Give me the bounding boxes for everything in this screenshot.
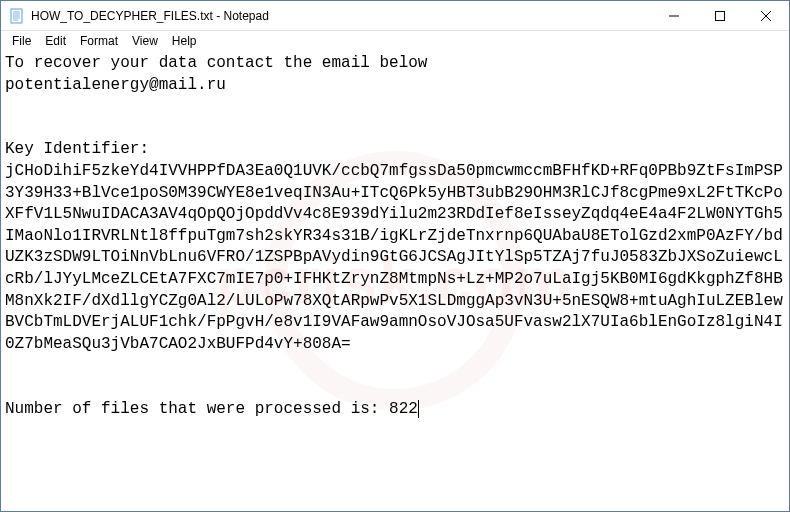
notepad-window: HOW_TO_DECYPHER_FILES.txt - Notepad File…	[0, 0, 790, 512]
key-identifier-value: jCHoDihiF5zkeYd4IVVHPPfDA3Ea0Q1UVK/ccbQ7…	[5, 162, 783, 353]
text-caret	[418, 400, 419, 418]
menu-format[interactable]: Format	[73, 32, 125, 50]
menu-view[interactable]: View	[125, 32, 165, 50]
notepad-icon	[9, 8, 25, 24]
svg-rect-7	[716, 11, 725, 20]
close-button[interactable]	[743, 1, 789, 31]
window-controls	[651, 1, 789, 31]
titlebar: HOW_TO_DECYPHER_FILES.txt - Notepad	[1, 1, 789, 31]
footer-prefix: Number of files that were processed is:	[5, 400, 389, 418]
menu-help[interactable]: Help	[165, 32, 204, 50]
minimize-button[interactable]	[651, 1, 697, 31]
menu-file[interactable]: File	[5, 32, 38, 50]
text-line: potentialenergy@mail.ru	[5, 76, 226, 94]
menu-edit[interactable]: Edit	[38, 32, 73, 50]
key-identifier-label: Key Identifier:	[5, 140, 149, 158]
window-title: HOW_TO_DECYPHER_FILES.txt - Notepad	[31, 9, 651, 23]
maximize-button[interactable]	[697, 1, 743, 31]
footer-count: 822	[389, 400, 418, 418]
text-area[interactable]: pcrisk.comTo recover your data contact t…	[1, 51, 789, 511]
menubar: File Edit Format View Help	[1, 31, 789, 51]
text-line: To recover your data contact the email b…	[5, 54, 427, 72]
